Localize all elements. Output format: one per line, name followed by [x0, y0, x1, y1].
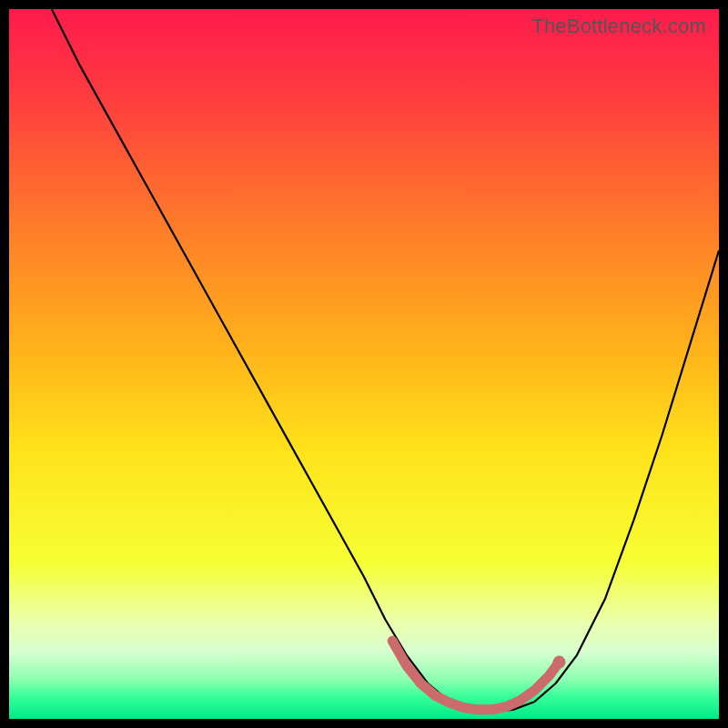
optimal-point	[553, 656, 566, 669]
bottleneck-chart	[9, 9, 719, 719]
chart-frame: TheBottleneck.com	[9, 9, 719, 719]
watermark-label: TheBottleneck.com	[531, 15, 706, 38]
gradient-background	[9, 9, 719, 719]
marker-layer	[553, 656, 566, 669]
